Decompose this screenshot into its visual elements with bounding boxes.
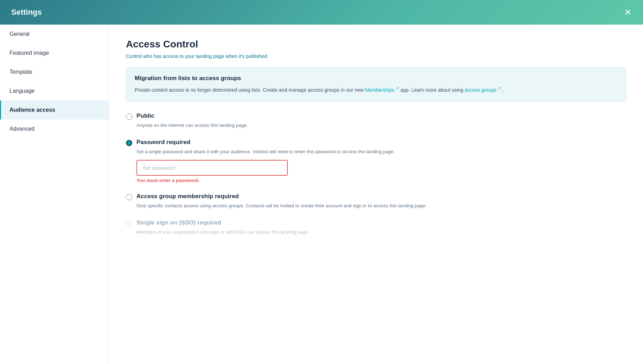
password-error: You must enter a password. (136, 178, 626, 183)
access-groups-link[interactable]: access groups ↗ (465, 87, 502, 93)
radio-access-group[interactable] (126, 194, 132, 200)
sidebar-item-featured-image[interactable]: Featured image (0, 44, 109, 63)
option-public-desc: Anyone on the internet can access this l… (136, 122, 626, 129)
main-content: Access Control Control who has access to… (109, 25, 643, 364)
option-access-group: Access group membership required Give sp… (126, 193, 626, 209)
sidebar-item-language[interactable]: Language (0, 82, 109, 100)
notice-heading: Migration from lists to access groups (135, 75, 617, 82)
settings-header: Settings ✕ (0, 0, 643, 25)
radio-public[interactable] (126, 113, 132, 120)
option-public: Public Anyone on the internet can access… (126, 112, 626, 129)
memberships-link[interactable]: Memberships ↗ (365, 87, 400, 93)
radio-password[interactable] (126, 140, 132, 146)
option-access-group-label: Access group membership required (136, 193, 239, 200)
option-password: Password required Set a single password … (126, 139, 626, 183)
sidebar-item-audience-access[interactable]: Audience access (0, 100, 109, 119)
main-layout: General Featured image Template Language… (0, 25, 643, 364)
sidebar-item-advanced[interactable]: Advanced (0, 119, 109, 138)
sidebar-item-template[interactable]: Template (0, 63, 109, 82)
option-sso: Single sign on (SSO) required Members of… (126, 219, 626, 236)
close-button[interactable]: ✕ (624, 8, 632, 17)
page-title: Access Control (126, 39, 626, 50)
sidebar-item-general[interactable]: General (0, 25, 109, 44)
option-password-desc: Set a single password and share it with … (136, 148, 626, 155)
option-sso-desc: Members of your organization who sign in… (136, 229, 626, 236)
migration-notice: Migration from lists to access groups Pr… (126, 67, 626, 101)
password-field-wrap (136, 160, 626, 176)
password-input[interactable] (136, 160, 288, 176)
external-link-icon-2: ↗ (498, 86, 501, 90)
page-subtitle: Control who has access to your landing p… (126, 53, 626, 59)
option-sso-label: Single sign on (SSO) required (136, 219, 221, 226)
external-link-icon: ↗ (396, 86, 399, 90)
header-title: Settings (11, 8, 42, 17)
option-password-label: Password required (136, 139, 190, 146)
sidebar: General Featured image Template Language… (0, 25, 109, 364)
radio-sso[interactable] (126, 220, 132, 227)
option-access-group-desc: Give specific contacts access using acce… (136, 202, 626, 209)
option-public-label: Public (136, 112, 154, 119)
notice-body: Private content access is no longer dete… (135, 85, 617, 94)
